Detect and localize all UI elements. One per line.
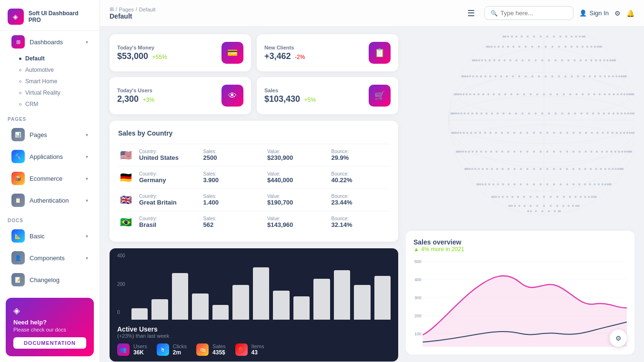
svg-point-347 (513, 132, 515, 134)
svg-point-701 (515, 59, 517, 61)
svg-point-410 (634, 112, 634, 114)
metric-label: Clicks (173, 343, 187, 349)
sidebar-item-components[interactable]: 👤 Components ▾ (4, 247, 96, 268)
sidebar-item-smarthome[interactable]: Smart Home (15, 76, 100, 87)
sidebar-item-pages[interactable]: 📊 Pages ▾ (4, 124, 96, 145)
documentation-button[interactable]: DOCUMENTATION (13, 337, 86, 349)
svg-text:100: 100 (414, 332, 422, 336)
active-users-subtitle: (+23%) than last week (117, 333, 391, 339)
svg-point-783 (553, 36, 555, 38)
svg-point-259 (546, 151, 548, 153)
svg-point-275 (462, 151, 464, 153)
svg-point-148 (533, 183, 535, 185)
svg-point-646 (604, 75, 606, 77)
svg-point-174 (600, 168, 602, 170)
svg-point-599 (531, 75, 533, 77)
svg-point-215 (508, 168, 510, 170)
svg-point-346 (520, 132, 522, 134)
svg-point-679 (498, 59, 500, 61)
svg-point-774 (600, 46, 602, 48)
svg-point-661 (603, 59, 605, 61)
sidebar-item-virtualreality[interactable]: Virtual Reality (15, 87, 100, 98)
sidebar-item-automotive[interactable]: Automotive (15, 64, 100, 76)
svg-point-397 (612, 132, 614, 134)
sidebar-item-changelog[interactable]: 📝 Changelog (4, 269, 96, 290)
sales-value: 1.400 (203, 199, 262, 206)
sidebar-item-ecommerce[interactable]: 📦 Ecommerce ▾ (4, 168, 96, 189)
svg-point-509 (582, 93, 584, 95)
svg-point-163 (608, 183, 610, 185)
svg-point-434 (509, 112, 511, 114)
svg-point-518 (523, 93, 525, 95)
svg-point-463 (486, 112, 488, 114)
notifications-icon[interactable]: 🔔 (626, 10, 634, 17)
svg-point-271 (476, 151, 478, 153)
svg-point-731 (571, 46, 573, 48)
svg-point-706 (548, 59, 550, 61)
menu-toggle-icon[interactable]: ☰ (467, 8, 475, 19)
svg-point-460 (471, 112, 473, 114)
svg-point-114 (573, 183, 574, 185)
svg-point-714 (595, 59, 597, 61)
sub-item-label: Virtual Reality (25, 89, 60, 96)
svg-point-454 (453, 112, 455, 114)
svg-point-216 (513, 168, 515, 170)
svg-point-329 (620, 132, 622, 134)
svg-point-657 (613, 59, 615, 61)
svg-point-610 (472, 75, 474, 77)
svg-point-361 (453, 132, 455, 134)
svg-point-482 (603, 112, 605, 114)
svg-point-88 (523, 196, 525, 198)
line-chart: 500 400 300 200 100 (413, 256, 627, 347)
settings-fab[interactable]: ⚙ (610, 330, 627, 347)
svg-point-23 (578, 205, 580, 207)
chart-bar (172, 273, 188, 320)
bounce-label: Bounce: (332, 216, 390, 221)
svg-point-698 (498, 59, 500, 61)
search-box[interactable]: 🔍 (484, 6, 574, 20)
svg-point-514 (550, 93, 552, 95)
stat-change: +55% (152, 54, 167, 60)
svg-point-143 (502, 183, 504, 185)
svg-point-496 (631, 93, 633, 95)
svg-point-146 (520, 183, 522, 185)
stat-card-users: Today's Users 2,300 +3% 👁 (110, 77, 251, 114)
svg-point-335 (591, 132, 593, 134)
svg-point-487 (624, 112, 626, 114)
sidebar-item-crm[interactable]: CRM (15, 98, 100, 110)
svg-point-725 (597, 46, 599, 48)
sidebar-item-default[interactable]: Default (15, 53, 100, 64)
svg-point-164 (610, 183, 612, 185)
svg-point-508 (588, 93, 590, 95)
sidebar-item-basic[interactable]: 📐 Basic ▾ (4, 225, 96, 246)
sidebar-item-dashboards[interactable]: ⊞ Dashboards ▾ (4, 31, 96, 52)
search-input[interactable] (501, 10, 567, 17)
settings-icon[interactable]: ⚙ (614, 10, 621, 17)
svg-point-173 (604, 168, 606, 170)
svg-point-209 (478, 168, 480, 170)
svg-point-331 (612, 132, 614, 134)
value-label: Value: (267, 149, 326, 154)
svg-point-782 (559, 36, 561, 38)
svg-point-354 (474, 132, 476, 134)
signin-button[interactable]: 👤 Sign In (579, 10, 609, 17)
svg-point-64 (563, 196, 565, 198)
svg-point-401 (626, 132, 628, 134)
svg-point-640 (571, 75, 573, 77)
flag-icon: 🇬🇧 (118, 194, 133, 205)
svg-point-715 (599, 59, 601, 61)
svg-point-732 (564, 46, 566, 48)
main-area: ⊞ / Pages / Default Default ☰ 🔍 👤 Sign I… (100, 0, 644, 362)
svg-point-247 (614, 151, 616, 153)
sidebar-item-authentication[interactable]: 📋 Authentication ▾ (4, 190, 96, 211)
components-label: Components (30, 254, 65, 262)
svg-point-748 (486, 46, 488, 48)
svg-point-506 (599, 93, 601, 95)
sidebar-item-applications[interactable]: 🔧 Applications ▾ (4, 146, 96, 167)
svg-point-52 (572, 205, 574, 207)
svg-point-622 (469, 75, 471, 77)
svg-point-132 (478, 183, 480, 185)
svg-point-775 (584, 36, 585, 38)
svg-point-76 (495, 196, 497, 198)
svg-point-367 (453, 132, 455, 134)
